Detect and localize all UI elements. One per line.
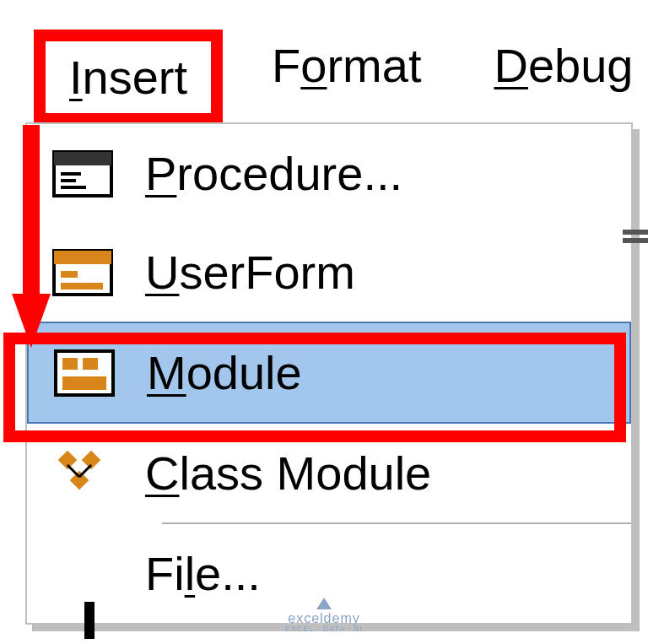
menu-format-label: Format (272, 39, 421, 92)
file-icon-spacer (52, 549, 113, 599)
module-icon (54, 348, 115, 398)
menu-debug-rest: ebug (528, 39, 634, 92)
svg-rect-1 (54, 152, 111, 165)
dropdown-item-module[interactable]: Module (27, 322, 631, 424)
watermark: exceldemy EXCEL · DATA · BI (285, 598, 363, 634)
menu-insert[interactable]: Insert (34, 30, 223, 125)
watermark-tagline: EXCEL · DATA · BI (285, 625, 363, 634)
dropdown-item-label: File... (145, 546, 261, 601)
svg-line-16 (68, 465, 79, 477)
svg-rect-6 (54, 251, 111, 264)
menu-debug-underline: D (494, 39, 527, 92)
svg-rect-8 (61, 283, 103, 290)
svg-rect-7 (61, 271, 78, 278)
dropdown-item-label: Procedure... (145, 146, 402, 201)
class-module-icon (52, 448, 113, 499)
menu-insert-rest: nsert (83, 51, 188, 104)
userform-icon (52, 247, 113, 298)
svg-rect-11 (83, 358, 98, 370)
insert-dropdown: Procedure... UserForm Module (25, 122, 633, 625)
edge-line-artifact (623, 230, 648, 235)
menu-debug[interactable]: Debug (470, 30, 648, 125)
dropdown-item-label: Class Module (145, 446, 431, 501)
dropdown-item-label: Module (147, 345, 302, 400)
watermark-brand: exceldemy (285, 611, 363, 626)
dropdown-item-procedure[interactable]: Procedure... (27, 124, 631, 223)
svg-rect-12 (62, 376, 106, 390)
procedure-icon (52, 149, 113, 199)
menu-format[interactable]: Format (248, 30, 445, 125)
dropdown-item-class-module[interactable]: Class Module (27, 424, 631, 522)
menubar: Insert Format Debug (34, 30, 648, 125)
svg-line-17 (79, 465, 91, 477)
dropdown-item-label: UserForm (145, 245, 355, 300)
svg-rect-15 (70, 470, 89, 490)
svg-rect-10 (62, 358, 78, 370)
menu-insert-underline: I (69, 51, 83, 104)
bottom-bar-artifact (84, 602, 94, 639)
svg-marker-20 (316, 598, 332, 609)
dropdown-item-userform[interactable]: UserForm (27, 223, 631, 322)
